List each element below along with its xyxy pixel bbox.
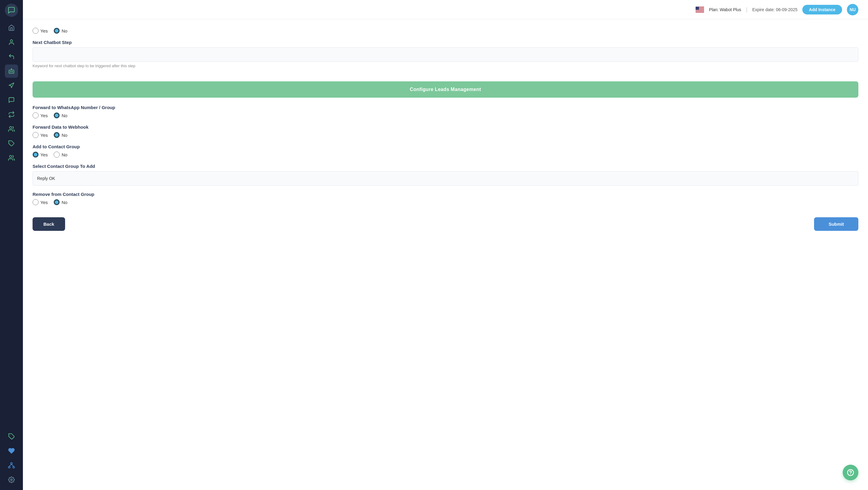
remove-contact-yes-option[interactable]: Yes	[33, 199, 48, 205]
select-contact-group-label: Select Contact Group To Add	[33, 164, 858, 169]
svg-line-13	[9, 464, 11, 466]
top-no-radio[interactable]	[54, 28, 60, 34]
sidebar-item-tag[interactable]	[5, 137, 18, 150]
plan-label: Plan: Wabot Plus	[709, 7, 741, 12]
remove-contact-no-radio[interactable]	[54, 199, 60, 205]
remove-contact-group-label: Remove from Contact Group	[33, 192, 858, 197]
forward-webhook-no-option[interactable]: No	[54, 132, 67, 138]
forward-webhook-no-radio[interactable]	[54, 132, 60, 138]
sidebar-item-export[interactable]	[5, 108, 18, 121]
sidebar-item-team[interactable]	[5, 151, 18, 164]
sidebar-item-plugin[interactable]	[5, 430, 18, 443]
forward-whatsapp-no-option[interactable]: No	[54, 113, 67, 118]
back-button[interactable]: Back	[33, 217, 65, 231]
add-instance-button[interactable]: Add Instance	[802, 5, 842, 14]
svg-point-0	[10, 40, 12, 42]
form-area: Yes No Next Chatbot Step Keyword for nex…	[23, 19, 868, 490]
forward-webhook-radio-group: Yes No	[33, 132, 858, 138]
next-chatbot-step-input[interactable]	[33, 47, 858, 62]
svg-point-6	[10, 127, 12, 129]
remove-contact-group-radio-group: Yes No	[33, 199, 858, 205]
sidebar-logo[interactable]	[5, 4, 18, 17]
forward-whatsapp-yes-radio[interactable]	[33, 113, 38, 118]
forward-whatsapp-label: Forward to WhatsApp Number / Group	[33, 105, 858, 110]
main-content: Plan: Wabot Plus | Expire date: 06-09-20…	[23, 0, 868, 490]
top-radio-group: Yes No	[33, 28, 858, 34]
sidebar-item-contacts-group[interactable]	[5, 122, 18, 135]
remove-contact-no-option[interactable]: No	[54, 199, 67, 205]
add-contact-yes-option[interactable]: Yes	[33, 152, 48, 158]
select-contact-group-input[interactable]	[33, 171, 858, 186]
remove-contact-yes-radio[interactable]	[33, 199, 38, 205]
forward-webhook-section: Forward Data to Webhook Yes No	[33, 124, 858, 138]
add-contact-group-label: Add to Contact Group	[33, 144, 858, 149]
forward-webhook-yes-option[interactable]: Yes	[33, 132, 48, 138]
next-chatbot-step-hint: Keyword for next chatbot step to be trig…	[33, 64, 858, 68]
forward-whatsapp-yes-option[interactable]: Yes	[33, 113, 48, 118]
add-contact-yes-radio[interactable]	[33, 152, 38, 158]
svg-rect-23	[695, 7, 699, 10]
svg-point-2	[11, 69, 12, 69]
svg-rect-22	[695, 11, 704, 12]
top-no-option[interactable]: No	[54, 28, 67, 34]
svg-line-14	[11, 464, 13, 466]
top-yes-option[interactable]: Yes	[33, 28, 48, 34]
sidebar-item-user[interactable]	[5, 36, 18, 49]
sidebar-item-chat[interactable]	[5, 93, 18, 107]
sidebar-item-heart[interactable]	[5, 444, 18, 457]
add-contact-no-radio[interactable]	[54, 152, 60, 158]
top-radio-section: Yes No	[33, 28, 858, 34]
add-contact-group-section: Add to Contact Group Yes No	[33, 144, 858, 158]
top-yes-radio[interactable]	[33, 28, 38, 34]
sidebar-item-settings[interactable]	[5, 473, 18, 486]
bottom-actions: Back Submit	[33, 212, 858, 231]
sidebar	[0, 0, 23, 490]
sidebar-item-network[interactable]	[5, 459, 18, 472]
user-avatar[interactable]: NU	[847, 4, 858, 16]
help-button[interactable]	[843, 465, 858, 480]
forward-webhook-label: Forward Data to Webhook	[33, 124, 858, 130]
remove-contact-group-section: Remove from Contact Group Yes No	[33, 192, 858, 205]
next-chatbot-step-section: Next Chatbot Step Keyword for next chatb…	[33, 40, 858, 68]
sidebar-item-bot[interactable]	[5, 64, 18, 78]
topbar: Plan: Wabot Plus | Expire date: 06-09-20…	[23, 0, 868, 19]
forward-whatsapp-section: Forward to WhatsApp Number / Group Yes N…	[33, 105, 858, 118]
flag-icon	[695, 7, 704, 13]
svg-rect-21	[695, 10, 704, 11]
sidebar-bottom	[5, 430, 18, 486]
forward-whatsapp-no-radio[interactable]	[54, 113, 60, 118]
sidebar-item-megaphone[interactable]	[5, 79, 18, 92]
add-contact-no-option[interactable]: No	[54, 152, 67, 158]
add-contact-group-radio-group: Yes No	[33, 152, 858, 158]
svg-point-15	[10, 479, 12, 481]
forward-webhook-yes-radio[interactable]	[33, 132, 38, 138]
configure-leads-button[interactable]: Configure Leads Management	[33, 81, 858, 98]
next-chatbot-step-label: Next Chatbot Step	[33, 40, 858, 45]
submit-button[interactable]: Submit	[814, 217, 858, 231]
svg-rect-20	[695, 10, 704, 10]
forward-whatsapp-radio-group: Yes No	[33, 113, 858, 118]
expire-label: Expire date: 06-09-2025	[752, 7, 798, 12]
sidebar-item-home[interactable]	[5, 21, 18, 34]
select-contact-group-section: Select Contact Group To Add	[33, 164, 858, 186]
sidebar-item-reply[interactable]	[5, 50, 18, 63]
topbar-divider: |	[746, 6, 747, 13]
svg-point-8	[10, 155, 12, 158]
